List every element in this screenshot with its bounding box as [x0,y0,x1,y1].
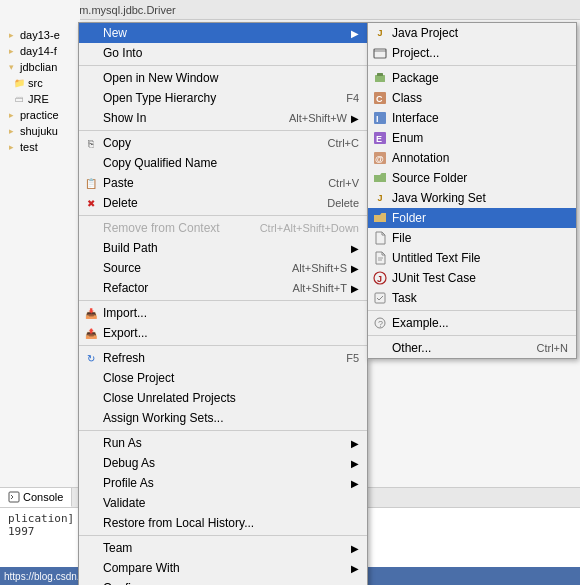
java-project-icon: J [372,25,388,41]
menu-item-run-as[interactable]: Run As ▶ [79,433,367,453]
menu-item-copy-qualified[interactable]: Copy Qualified Name [79,153,367,173]
menu-item-team[interactable]: Team ▶ [79,538,367,558]
menu-item-remove-context[interactable]: Remove from Context Ctrl+Alt+Shift+Down [79,218,367,238]
shortcut-label: Ctrl+Alt+Shift+Down [240,222,359,234]
submenu-item-source-folder[interactable]: Source Folder [368,168,576,188]
svg-text:I: I [376,114,379,124]
submenu-item-package[interactable]: Package [368,68,576,88]
menu-item-export[interactable]: 📤 Export... [79,323,367,343]
sidebar-label: day14-f [20,45,57,57]
arrow-icon: ▶ [351,478,359,489]
svg-text:?: ? [378,319,383,329]
submenu-item-file[interactable]: File [368,228,576,248]
java-working-set-icon: J [372,190,388,206]
sidebar-item-practice[interactable]: ▸ practice [2,107,78,123]
folder-icon [372,210,388,226]
sidebar-item-src[interactable]: 📁 src [2,75,78,91]
menu-item-show-in[interactable]: Show In Alt+Shift+W ▶ [79,108,367,128]
junit-icon: J [372,270,388,286]
folder-icon: ▸ [4,140,18,154]
submenu-item-annotation[interactable]: @ Annotation [368,148,576,168]
arrow-icon: ▶ [351,243,359,254]
submenu-item-interface[interactable]: I Interface [368,108,576,128]
svg-rect-18 [9,492,19,502]
submenu-item-enum[interactable]: E Enum [368,128,576,148]
sidebar-item-day13[interactable]: ▸ day13-e [2,4,78,43]
sidebar-label: JRE [28,93,49,105]
sidebar-item-test[interactable]: ▸ test [2,139,78,155]
sidebar-label: practice [20,109,59,121]
separator [79,535,367,536]
menu-item-close-unrelated[interactable]: Close Unrelated Projects [79,388,367,408]
arrow-icon: ▶ [351,438,359,449]
submenu-item-task[interactable]: Task [368,288,576,308]
paste-icon: 📋 [83,175,99,191]
menu-item-open-new-window[interactable]: Open in New Window [79,68,367,88]
arrow-icon: ▶ [351,283,359,294]
submenu-item-junit-test[interactable]: J JUnit Test Case [368,268,576,288]
menu-item-compare-with[interactable]: Compare With ▶ [79,558,367,578]
separator [368,335,576,336]
remove-icon [83,220,99,236]
svg-text:@: @ [375,154,384,164]
project-icon: ▾ [4,60,18,74]
console-tab-label: Console [23,491,63,503]
svg-rect-15 [375,293,385,303]
task-icon [372,290,388,306]
submenu-item-java-project[interactable]: J Java Project [368,23,576,43]
menu-item-delete[interactable]: ✖ Delete Delete [79,193,367,213]
example-icon: ? [372,315,388,331]
menu-item-configure[interactable]: Configure ▶ [79,578,367,585]
shortcut-label: F5 [326,352,359,364]
menu-item-restore-local[interactable]: Restore from Local History... [79,513,367,533]
sidebar-label: jdbclian [20,61,57,73]
submenu-item-untitled-text[interactable]: Untitled Text File [368,248,576,268]
submenu-item-folder[interactable]: Folder [368,208,576,228]
separator [79,130,367,131]
tab-console[interactable]: Console [0,488,72,507]
submenu-item-example[interactable]: ? Example... [368,313,576,333]
menu-item-refresh[interactable]: ↻ Refresh F5 [79,348,367,368]
menu-item-close-project[interactable]: Close Project [79,368,367,388]
menu-item-profile-as[interactable]: Profile As ▶ [79,473,367,493]
jre-icon: 🗃 [12,92,26,106]
menu-item-open-type-hierarchy[interactable]: Open Type Hierarchy F4 [79,88,367,108]
submenu-item-java-working-set[interactable]: J Java Working Set [368,188,576,208]
context-menu: New ▶ Go Into Open in New Window Open Ty… [78,22,368,585]
menu-item-build-path[interactable]: Build Path ▶ [79,238,367,258]
submenu-item-class[interactable]: C Class [368,88,576,108]
submenu-new: J Java Project Project... Package C Clas… [367,22,577,359]
menu-item-import[interactable]: 📥 Import... [79,303,367,323]
menu-item-copy[interactable]: ⎘ Copy Ctrl+C [79,133,367,153]
sidebar-item-shujuku[interactable]: ▸ shujuku [2,123,78,139]
separator [79,215,367,216]
separator [79,345,367,346]
menu-item-source[interactable]: Source Alt+Shift+S ▶ [79,258,367,278]
shortcut-label: Ctrl+V [308,177,359,189]
separator [79,430,367,431]
menu-item-go-into[interactable]: Go Into [79,43,367,63]
submenu-item-other[interactable]: Other... Ctrl+N [368,338,576,358]
refresh-icon: ↻ [83,350,99,366]
submenu-item-project[interactable]: Project... [368,43,576,63]
class-icon: C [372,90,388,106]
menu-item-new[interactable]: New ▶ [79,23,367,43]
folder-icon: ▸ [4,44,18,58]
menu-item-assign-working-sets[interactable]: Assign Working Sets... [79,408,367,428]
arrow-icon: ▶ [351,263,359,274]
sidebar-item-jdbclian[interactable]: ▾ jdbclian [2,59,78,75]
menu-item-refactor[interactable]: Refactor Alt+Shift+T ▶ [79,278,367,298]
shortcut-label: Delete [307,197,359,209]
arrow-icon: ▶ [351,113,359,124]
arrow-icon: ▶ [351,563,359,574]
menu-item-paste[interactable]: 📋 Paste Ctrl+V [79,173,367,193]
separator [79,300,367,301]
svg-rect-1 [375,75,385,82]
src-icon: 📁 [12,76,26,90]
sidebar-item-day14[interactable]: ▸ day14-f [2,43,78,59]
menu-item-debug-as[interactable]: Debug As ▶ [79,453,367,473]
sidebar-item-jre[interactable]: 🗃 JRE [2,91,78,107]
folder-icon: ▸ [4,108,18,122]
package-icon [372,70,388,86]
menu-item-validate[interactable]: Validate [79,493,367,513]
